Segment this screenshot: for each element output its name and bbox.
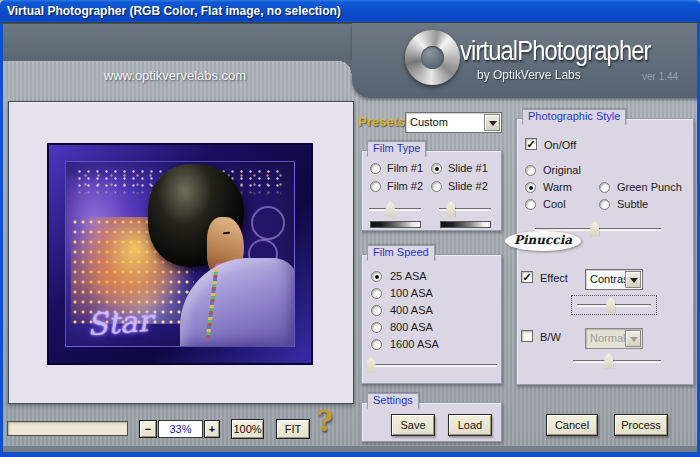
radio-film-1-label[interactable]: Film #1	[387, 162, 423, 174]
brand-name: virtualPhotographer	[460, 36, 651, 67]
bw-slider[interactable]	[573, 353, 661, 370]
settings-title: Settings	[367, 393, 419, 409]
radio-slide-1-label[interactable]: Slide #1	[448, 162, 488, 174]
effect-checkbox[interactable]: ✓	[521, 271, 533, 283]
radio-original[interactable]	[525, 165, 536, 176]
film-speed-slider[interactable]	[368, 357, 497, 374]
slide-slider[interactable]	[439, 201, 491, 218]
slider-thumb[interactable]	[604, 353, 613, 369]
effect-dropdown[interactable]: Contrast	[585, 269, 643, 290]
slider-track	[368, 364, 497, 367]
radio-green-punch[interactable]	[599, 182, 610, 193]
settings-group: Settings Save Load	[361, 402, 502, 442]
radio-100-asa[interactable]	[371, 288, 382, 299]
bw-dropdown: Normal	[585, 328, 643, 349]
zoom-fit-button[interactable]: FIT	[276, 419, 310, 439]
process-button[interactable]: Process	[614, 414, 668, 436]
brand-byline: by OptikVerve Labs	[477, 67, 581, 82]
film-speed-group: Film Speed 25 ASA 100 ASA 400 ASA 800 AS…	[361, 254, 502, 384]
slider-track	[573, 360, 661, 363]
slider-thumb[interactable]	[590, 221, 599, 237]
presets-dropdown[interactable]: Custom	[405, 112, 502, 133]
presets-label: Presets	[358, 114, 405, 129]
slider-thumb[interactable]	[446, 201, 455, 217]
film-type-title: Film Type	[367, 141, 426, 157]
bw-label[interactable]: B/W	[540, 331, 561, 343]
effect-slider[interactable]	[577, 297, 651, 314]
window-border	[0, 452, 700, 457]
radio-25-asa[interactable]	[371, 271, 382, 282]
radio-25-asa-label[interactable]: 25 ASA	[390, 270, 427, 282]
radio-slide-1[interactable]	[431, 163, 442, 174]
cancel-button[interactable]: Cancel	[546, 414, 598, 436]
effect-slider-focus	[571, 295, 657, 315]
radio-100-asa-label[interactable]: 100 ASA	[390, 287, 433, 299]
radio-800-asa-label[interactable]: 800 ASA	[390, 321, 433, 333]
slider-thumb[interactable]	[367, 357, 376, 373]
presets-value: Custom	[410, 116, 448, 128]
preview-image: Star	[47, 143, 313, 365]
radio-slide-2[interactable]	[431, 181, 442, 192]
save-button[interactable]: Save	[391, 414, 435, 436]
radio-subtle-label[interactable]: Subtle	[617, 198, 648, 210]
website-link[interactable]: www.optikvervelabs.com	[60, 68, 290, 83]
film-slider[interactable]	[369, 201, 421, 218]
window-border	[0, 23, 3, 457]
preview-photo: Star	[65, 161, 295, 347]
progress-strip	[7, 421, 128, 436]
radio-film-2[interactable]	[370, 181, 381, 192]
bw-checkbox[interactable]	[521, 330, 533, 342]
radio-400-asa[interactable]	[371, 305, 382, 316]
photographic-style-group: Photographic Style ✓ On/Off Original War…	[516, 118, 694, 385]
radio-400-asa-label[interactable]: 400 ASA	[390, 304, 433, 316]
chevron-down-icon[interactable]	[625, 271, 641, 288]
version-label: ver 1.44	[642, 71, 678, 82]
zoom-level-display: 33%	[158, 420, 203, 438]
star-overlay-text: Star	[85, 303, 152, 342]
film-gradient-bar	[370, 221, 421, 228]
pinuccia-watermark: Pinuccia	[505, 231, 581, 251]
chevron-down-icon	[625, 330, 641, 347]
radio-original-label[interactable]: Original	[543, 164, 581, 176]
radio-800-asa[interactable]	[371, 322, 382, 333]
film-type-group: Film Type Film #1 Film #2 Slide #1 Slide…	[361, 150, 502, 231]
radio-cool[interactable]	[525, 199, 536, 210]
virtual-photographer-window: Virtual Photographer (RGB Color, Flat im…	[0, 0, 700, 457]
window-title: Virtual Photographer (RGB Color, Flat im…	[7, 4, 341, 18]
slider-track	[369, 208, 421, 211]
optikverve-swirl-logo-icon	[405, 30, 460, 85]
radio-slide-2-label[interactable]: Slide #2	[448, 180, 488, 192]
chevron-down-icon[interactable]	[484, 114, 500, 131]
film-speed-title: Film Speed	[367, 245, 435, 261]
zoom-out-button[interactable]: −	[139, 420, 157, 438]
onoff-checkbox[interactable]: ✓	[525, 138, 537, 150]
slider-thumb[interactable]	[386, 201, 395, 217]
radio-film-2-label[interactable]: Film #2	[387, 180, 423, 192]
radio-1600-asa[interactable]	[371, 339, 382, 350]
radio-subtle[interactable]	[599, 199, 610, 210]
bw-value: Normal	[590, 332, 625, 344]
image-preview-panel: Star	[8, 101, 354, 404]
radio-1600-asa-label[interactable]: 1600 ASA	[390, 338, 439, 350]
radio-warm-label[interactable]: Warm	[543, 181, 572, 193]
help-icon[interactable]: ?	[317, 406, 333, 437]
radio-warm[interactable]	[525, 182, 536, 193]
effect-label[interactable]: Effect	[540, 272, 568, 284]
slider-thumb[interactable]	[606, 297, 615, 313]
load-button[interactable]: Load	[448, 414, 492, 436]
radio-cool-label[interactable]: Cool	[543, 198, 566, 210]
slide-gradient-bar	[440, 221, 491, 228]
onoff-label[interactable]: On/Off	[544, 139, 576, 151]
photographic-style-title: Photographic Style	[522, 109, 626, 125]
radio-green-punch-label[interactable]: Green Punch	[617, 181, 682, 193]
swirl-ornament	[251, 206, 285, 240]
radio-film-1[interactable]	[370, 163, 381, 174]
zoom-in-button[interactable]: +	[204, 420, 220, 438]
title-bar[interactable]: Virtual Photographer (RGB Color, Flat im…	[0, 0, 700, 23]
woman-clothing-art	[180, 258, 295, 347]
zoom-100-button[interactable]: 100%	[231, 419, 264, 439]
